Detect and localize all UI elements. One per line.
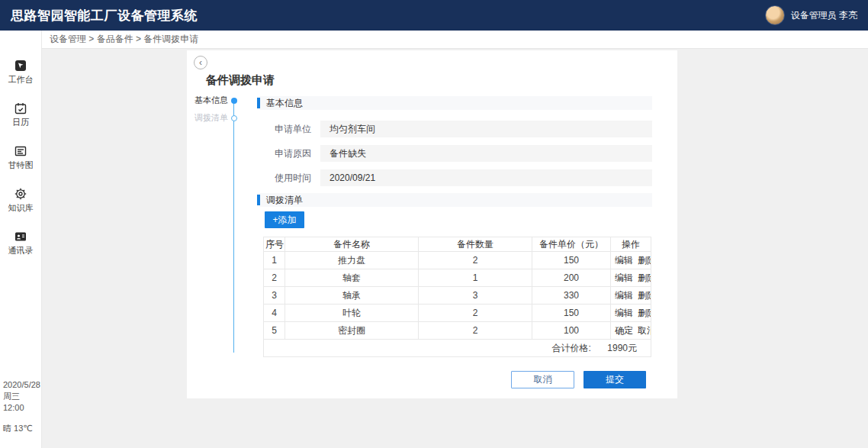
back-button[interactable]: ‹ [194,56,207,69]
cell-qty: 3 [419,287,532,305]
cell-no: 4 [264,305,285,322]
step-transfer-list[interactable]: 调拨清单 [190,112,237,124]
cell-actions: 编辑删除 [611,269,651,287]
contacts-icon [14,230,27,243]
cell-unit-price: 150 [532,252,611,269]
sidebar-label: 日历 [12,117,29,128]
cell-part-name: 推力盘 [285,252,419,269]
apply-reason-input[interactable]: 备件缺失 [320,145,652,162]
footer-weather: 晴 13℃ [3,423,39,434]
cell-no: 3 [264,287,285,305]
field-use-date: 使用时间 2020/09/21 [275,169,652,186]
sidebar-footer: 2020/5/28 周三 12:00 晴 13℃ [0,379,41,448]
cell-actions: 编辑删除 [611,305,651,322]
row-action-primary[interactable]: 编辑 [615,308,633,318]
cell-actions: 确定取消 [611,322,651,340]
sidebar-item-knowledge[interactable]: 知识库 [8,188,34,214]
workbench-icon [14,60,27,72]
cell-unit-price: 150 [532,305,611,322]
section-header-basic-info: 基本信息 [257,96,652,110]
cell-no: 2 [264,269,285,287]
use-date-input[interactable]: 2020/09/21 [320,169,652,186]
col-actions: 操作 [611,237,651,252]
table-header-row: 序号 备件名称 备件数量 备件单价（元） 操作 [264,237,651,252]
page-title: 备件调拨申请 [206,73,275,88]
sidebar-item-calendar[interactable]: 日历 [12,102,29,128]
content-area: ‹ 备件调拨申请 基本信息 调拨清单 基本信息 申请单位 均匀剂车间 申请原因 … [42,49,868,448]
cell-qty: 2 [419,252,532,269]
field-apply-reason: 申请原因 备件缺失 [275,145,652,162]
cell-no: 5 [264,322,285,340]
transfer-table-body: 1推力盘2150编辑删除2轴套1200编辑删除3轴承3330编辑删除4叶轮215… [264,252,651,340]
sidebar-item-workbench[interactable]: 工作台 [8,60,34,85]
cell-part-name: 轴套 [285,269,419,287]
cell-qty: 1 [419,269,532,287]
user-name: 设备管理员 李亮 [791,9,857,22]
gantt-icon [14,145,27,157]
col-qty: 备件数量 [419,237,532,252]
form-card: ‹ 备件调拨申请 基本信息 调拨清单 基本信息 申请单位 均匀剂车间 申请原因 … [187,50,677,398]
section-title: 基本信息 [266,97,303,110]
footer-date: 2020/5/28 [3,379,39,391]
cell-actions: 编辑删除 [611,252,651,269]
table-row: 3轴承3330编辑删除 [264,287,651,305]
section-tick [257,98,260,108]
field-label: 使用时间 [275,172,320,185]
footer-weekday-time: 周三 12:00 [3,391,39,414]
row-action-primary[interactable]: 确定 [615,325,633,336]
col-unit-price: 备件单价（元） [532,237,611,252]
app-header: 思路智园智能工厂设备管理系统 设备管理员 李亮 [0,0,868,31]
field-apply-unit: 申请单位 均匀剂车间 [275,121,652,137]
step-connector-line [233,101,234,353]
cell-actions: 编辑删除 [611,287,651,305]
sidebar-item-contacts[interactable]: 通讯录 [8,230,34,256]
row-action-secondary[interactable]: 删除 [638,308,651,318]
cancel-button[interactable]: 取消 [511,371,574,388]
step-dot-inactive [231,115,237,121]
row-action-primary[interactable]: 编辑 [615,290,633,301]
cell-part-name: 轴承 [285,287,419,305]
table-row: 5密封圈2100确定取消 [264,322,651,340]
cell-no: 1 [264,252,285,269]
step-label: 基本信息 [190,95,228,106]
row-action-primary[interactable]: 编辑 [615,255,633,266]
table-row: 4叶轮2150编辑删除 [264,305,651,322]
step-basic-info[interactable]: 基本信息 [190,95,237,106]
row-action-secondary[interactable]: 删除 [638,272,651,283]
cell-unit-price: 100 [532,322,611,340]
chevron-left-icon: ‹ [199,58,202,67]
row-action-secondary[interactable]: 取消 [638,325,651,336]
user-avatar[interactable] [765,5,785,25]
cell-unit-price: 330 [532,287,611,305]
total-label: 合计价格: [552,343,591,353]
sidebar-item-gantt[interactable]: 甘特图 [8,145,34,171]
field-label: 申请单位 [275,123,320,136]
calendar-icon [14,102,27,114]
section-tick [257,195,260,205]
table-row: 2轴套1200编辑删除 [264,269,651,287]
apply-unit-input[interactable]: 均匀剂车间 [320,121,652,137]
sidebar-label: 通讯录 [8,245,34,256]
step-dot-active [231,98,237,104]
submit-button[interactable]: 提交 [583,371,646,388]
user-menu[interactable]: 设备管理员 李亮 [765,5,857,25]
row-action-secondary[interactable]: 删除 [638,255,651,266]
row-action-primary[interactable]: 编辑 [615,272,633,283]
section-header-transfer-list: 调拨清单 [257,193,652,207]
cell-part-name: 密封圈 [285,322,419,340]
total-value: 1990元 [607,343,637,353]
breadcrumb-text[interactable]: 设备管理 > 备品备件 > 备件调拨申请 [50,33,198,46]
row-action-secondary[interactable]: 删除 [638,290,651,301]
sidebar-label: 甘特图 [8,160,34,171]
total-cell: 合计价格: 1990元 [264,340,651,357]
add-row-button[interactable]: +添加 [265,211,304,228]
col-no: 序号 [264,237,285,252]
app-title: 思路智园智能工厂设备管理系统 [11,7,198,24]
field-label: 申请原因 [275,147,320,160]
cell-unit-price: 200 [532,269,611,287]
sidebar: 工作台 日历 甘特图 [0,31,42,448]
cell-part-name: 叶轮 [285,305,419,322]
table-row: 1推力盘2150编辑删除 [264,252,651,269]
section-title: 调拨清单 [266,194,303,207]
col-part-name: 备件名称 [285,237,419,252]
